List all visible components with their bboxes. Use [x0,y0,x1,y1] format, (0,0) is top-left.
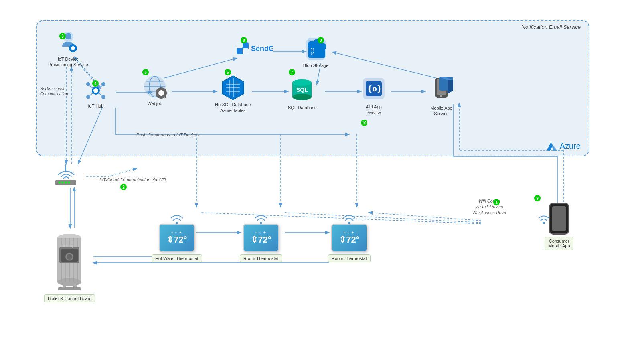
badge-3: 3 [59,33,66,39]
svg-rect-62 [160,97,162,99]
svg-point-48 [101,82,105,86]
svg-rect-61 [160,88,162,90]
thermostat-2: ≡ ○ ✦ ⇕72° Room Thermostat [240,213,282,262]
api-component: {o} API AppService [360,76,387,116]
svg-rect-78 [243,48,249,54]
svg-text:{o}: {o} [367,84,382,93]
mobile-app-service-label: Mobile AppService [430,105,452,117]
svg-point-93 [292,79,312,86]
push-commands-label: Push Commands to IoT Devices [136,132,200,137]
svg-point-45 [93,88,98,93]
thermostat-3-screen: ≡ ○ ✦ ⇕72° [331,224,367,252]
svg-text:Samsung: Samsung [60,244,74,248]
badge-10: 10 [361,120,367,126]
iot-provisioning-label: IoT DeviceProvisioning Service [48,56,88,68]
consumer-phone-screen [552,206,566,231]
svg-point-50 [86,95,90,99]
svg-rect-42 [69,47,71,49]
svg-text:01: 01 [311,52,315,56]
svg-point-52 [101,95,105,99]
azure-logo-text: Azure [560,142,581,151]
thermostat-2-label: Room Thermostat [240,254,282,262]
svg-rect-43 [75,47,77,49]
badge-2: 2 [120,184,127,190]
thermostat-1-temp: ⇕72° [166,235,187,245]
svg-point-107 [62,182,64,184]
nosql-component: No-SQL DatabaseAzure Tables [215,74,251,114]
consumer-mobile-component: ConsumerMobile App [545,203,573,250]
blob-icon: 10 01 [303,36,329,61]
badge-8: 8 [241,37,247,43]
thermostat-1: ≡ ○ ✦ ⇕72° Hot Water Thermostat [152,213,202,262]
badge-9: 9 [534,195,541,201]
svg-rect-77 [237,42,243,48]
mobile-app-service-icon [428,76,454,103]
sql-icon: SQL [289,77,315,103]
badge-1: 1 [493,199,500,205]
svg-point-60 [158,90,164,96]
consumer-phone-icon [549,203,569,235]
svg-marker-103 [448,80,453,94]
svg-point-92 [292,94,312,100]
router-component [52,164,80,186]
svg-rect-104 [65,164,66,171]
boiler-component: Samsung Boiler & Control Board [44,228,95,302]
wifi-signal-3 [341,213,357,224]
svg-line-51 [90,93,93,95]
badge-0: 0 [318,37,324,43]
svg-line-22 [108,168,136,176]
webjob-component: Webjob [142,74,167,106]
thermostat-3-label: Room Thermostat [328,254,371,262]
notification-email-label: Notification Email Service [522,24,581,30]
svg-line-34 [285,213,481,223]
iot-provisioning-component: IoT DeviceProvisioning Service [48,31,88,68]
api-label: API AppService [366,104,382,116]
iot-cloud-label: IoT-Cloud Communication via Wifi [99,177,166,182]
badge-6: 6 [225,69,231,75]
wifi-signal-2 [253,213,269,224]
thermostat-3-temp: ⇕72° [339,235,359,245]
svg-rect-64 [166,92,167,94]
boiler-icon: Samsung [51,228,89,292]
boiler-label: Boiler & Control Board [44,294,95,302]
svg-point-108 [65,182,67,184]
router-icon [52,164,80,186]
mobile-app-service-component: Mobile AppService [428,76,454,117]
thermostat-1-screen: ≡ ○ ✦ ⇕72° [159,224,195,252]
consumer-mobile-label: ConsumerMobile App [545,237,573,250]
svg-point-129 [543,222,545,224]
wifi-signal-1 [169,213,185,224]
blob-label: Blob Storage [303,63,329,68]
sql-component: SQL SQL Database [288,77,317,110]
wifi-config-label: Wifi Configvia IoT DeviceWifi Access Poi… [463,198,515,215]
svg-point-109 [68,182,70,184]
thermostat-2-screen: ≡ ○ ✦ ⇕72° [243,224,279,252]
thermostat-3: ≡ ○ ✦ ⇕72° Room Thermostat [328,213,371,262]
svg-line-53 [99,93,102,95]
badge-7: 7 [289,69,295,75]
svg-line-47 [90,86,93,88]
svg-point-46 [86,82,90,86]
svg-point-37 [65,33,71,39]
svg-text:10: 10 [311,48,315,52]
diagram-container: Notification Email Service Azure [0,0,644,355]
webjob-label: Webjob [147,101,162,106]
webjob-icon [142,74,167,99]
thermostat-2-temp: ⇕72° [251,235,271,245]
nosql-icon [219,74,247,100]
azure-logo: Azure [546,142,581,151]
sql-label: SQL Database [288,105,317,110]
svg-text:SQL: SQL [296,87,308,93]
svg-point-100 [440,95,442,97]
badge-4: 4 [92,80,99,87]
thermostat-1-label: Hot Water Thermostat [152,254,202,262]
wifi-signal-mobile [536,213,552,224]
svg-rect-123 [58,287,81,290]
svg-rect-40 [72,44,74,46]
svg-rect-41 [72,51,74,52]
svg-point-39 [71,46,75,50]
svg-text:SendGrid: SendGrid [251,45,273,53]
nosql-label: No-SQL DatabaseAzure Tables [215,102,251,114]
svg-line-49 [99,86,102,88]
blob-component: 10 01 Blob Storage [303,36,329,68]
